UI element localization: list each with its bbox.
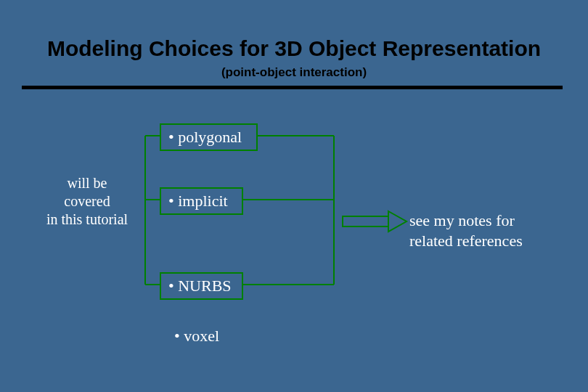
left-annotation: will be covered in this tutorial bbox=[33, 174, 142, 229]
item-implicit-label: • implicit bbox=[168, 192, 228, 210]
title-divider bbox=[22, 86, 563, 89]
svg-rect-8 bbox=[343, 216, 388, 226]
slide-title: Modeling Choices for 3D Object Represent… bbox=[0, 36, 588, 61]
left-annotation-l3: in this tutorial bbox=[46, 211, 128, 227]
left-bracket bbox=[145, 136, 160, 285]
item-voxel-label: • voxel bbox=[174, 327, 219, 346]
right-annotation-l2: related references bbox=[409, 232, 523, 250]
left-annotation-l1: will be bbox=[68, 175, 107, 191]
item-nurbs-label: • NURBS bbox=[168, 277, 232, 295]
right-annotation: see my notes for related references bbox=[409, 211, 523, 250]
svg-marker-9 bbox=[388, 211, 407, 232]
item-nurbs-box: • NURBS bbox=[160, 272, 243, 300]
left-annotation-l2: covered bbox=[64, 193, 110, 209]
item-polygonal-box: • polygonal bbox=[160, 123, 258, 151]
item-polygonal-label: • polygonal bbox=[168, 128, 242, 146]
right-annotation-l1: see my notes for bbox=[409, 211, 515, 229]
item-implicit-box: • implicit bbox=[160, 187, 243, 215]
right-connector bbox=[243, 136, 334, 285]
slide-subtitle: (point-object interaction) bbox=[0, 65, 588, 80]
arrow-right-icon bbox=[343, 211, 407, 232]
